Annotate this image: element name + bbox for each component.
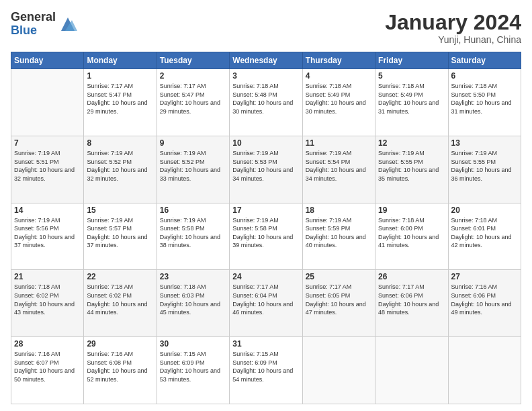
table-row: 18Sunrise: 7:19 AMSunset: 5:59 PMDayligh… bbox=[302, 203, 375, 270]
logo-general: General bbox=[11, 11, 56, 24]
table-row: 1Sunrise: 7:17 AMSunset: 5:47 PMDaylight… bbox=[84, 69, 157, 136]
day-number: 18 bbox=[306, 205, 372, 215]
calendar-week-row: 1Sunrise: 7:17 AMSunset: 5:47 PMDaylight… bbox=[11, 69, 521, 136]
day-number: 9 bbox=[160, 138, 226, 148]
month-title: January 2024 bbox=[385, 11, 521, 34]
day-info: Sunrise: 7:18 AMSunset: 6:02 PMDaylight:… bbox=[14, 283, 81, 316]
table-row: 22Sunrise: 7:18 AMSunset: 6:02 PMDayligh… bbox=[84, 270, 157, 337]
table-row: 31Sunrise: 7:15 AMSunset: 6:09 PMDayligh… bbox=[230, 337, 302, 404]
day-info: Sunrise: 7:19 AMSunset: 5:58 PMDaylight:… bbox=[160, 216, 226, 250]
day-info: Sunrise: 7:18 AMSunset: 5:48 PMDaylight:… bbox=[232, 82, 299, 116]
day-info: Sunrise: 7:18 AMSunset: 5:49 PMDaylight:… bbox=[306, 82, 372, 116]
table-row: 21Sunrise: 7:18 AMSunset: 6:02 PMDayligh… bbox=[11, 270, 84, 337]
day-info: Sunrise: 7:16 AMSunset: 6:06 PMDaylight:… bbox=[451, 283, 518, 316]
logo: General Blue bbox=[11, 11, 77, 38]
day-info: Sunrise: 7:19 AMSunset: 5:55 PMDaylight:… bbox=[378, 149, 445, 183]
table-row: 8Sunrise: 7:19 AMSunset: 5:52 PMDaylight… bbox=[84, 136, 157, 203]
col-wednesday: Wednesday bbox=[230, 52, 302, 69]
table-row: 16Sunrise: 7:19 AMSunset: 5:58 PMDayligh… bbox=[157, 203, 229, 270]
day-number: 22 bbox=[87, 272, 153, 281]
table-row: 29Sunrise: 7:16 AMSunset: 6:08 PMDayligh… bbox=[84, 337, 157, 404]
table-row: 4Sunrise: 7:18 AMSunset: 5:49 PMDaylight… bbox=[302, 69, 375, 136]
day-info: Sunrise: 7:17 AMSunset: 5:47 PMDaylight:… bbox=[87, 82, 153, 116]
table-row: 30Sunrise: 7:15 AMSunset: 6:09 PMDayligh… bbox=[157, 337, 229, 404]
day-number: 20 bbox=[451, 205, 518, 215]
day-info: Sunrise: 7:18 AMSunset: 5:49 PMDaylight:… bbox=[378, 82, 445, 116]
day-number: 5 bbox=[378, 71, 445, 81]
table-row bbox=[302, 337, 375, 404]
table-row: 3Sunrise: 7:18 AMSunset: 5:48 PMDaylight… bbox=[230, 69, 302, 136]
table-row: 7Sunrise: 7:19 AMSunset: 5:51 PMDaylight… bbox=[11, 136, 84, 203]
calendar-table: Sunday Monday Tuesday Wednesday Thursday… bbox=[11, 52, 521, 404]
day-number: 13 bbox=[451, 138, 518, 148]
day-number: 12 bbox=[378, 138, 445, 148]
table-row: 27Sunrise: 7:16 AMSunset: 6:06 PMDayligh… bbox=[448, 270, 521, 337]
calendar-week-row: 28Sunrise: 7:16 AMSunset: 6:07 PMDayligh… bbox=[11, 337, 521, 404]
day-info: Sunrise: 7:18 AMSunset: 6:03 PMDaylight:… bbox=[160, 283, 226, 316]
day-info: Sunrise: 7:18 AMSunset: 5:50 PMDaylight:… bbox=[451, 82, 518, 116]
day-number: 15 bbox=[87, 205, 153, 215]
logo-icon bbox=[58, 15, 77, 34]
day-number: 30 bbox=[160, 339, 226, 349]
table-row: 19Sunrise: 7:18 AMSunset: 6:00 PMDayligh… bbox=[375, 203, 448, 270]
day-number: 26 bbox=[378, 272, 445, 281]
day-number: 6 bbox=[451, 71, 518, 81]
table-row: 15Sunrise: 7:19 AMSunset: 5:57 PMDayligh… bbox=[84, 203, 157, 270]
table-row: 24Sunrise: 7:17 AMSunset: 6:04 PMDayligh… bbox=[230, 270, 302, 337]
table-row: 20Sunrise: 7:18 AMSunset: 6:01 PMDayligh… bbox=[448, 203, 521, 270]
calendar-week-row: 21Sunrise: 7:18 AMSunset: 6:02 PMDayligh… bbox=[11, 270, 521, 337]
title-block: January 2024 Yunji, Hunan, China bbox=[385, 11, 521, 45]
day-info: Sunrise: 7:19 AMSunset: 5:55 PMDaylight:… bbox=[451, 149, 518, 183]
day-info: Sunrise: 7:17 AMSunset: 6:04 PMDaylight:… bbox=[232, 283, 299, 316]
day-number: 2 bbox=[160, 71, 226, 81]
col-friday: Friday bbox=[375, 52, 448, 69]
table-row: 11Sunrise: 7:19 AMSunset: 5:54 PMDayligh… bbox=[302, 136, 375, 203]
table-row: 17Sunrise: 7:19 AMSunset: 5:58 PMDayligh… bbox=[230, 203, 302, 270]
table-row bbox=[11, 69, 84, 136]
day-number: 28 bbox=[14, 339, 81, 349]
table-row: 26Sunrise: 7:17 AMSunset: 6:06 PMDayligh… bbox=[375, 270, 448, 337]
logo-blue: Blue bbox=[11, 24, 56, 38]
day-number: 19 bbox=[378, 205, 445, 215]
table-row bbox=[448, 337, 521, 404]
day-number: 21 bbox=[14, 272, 81, 281]
day-number: 31 bbox=[232, 339, 299, 349]
day-info: Sunrise: 7:15 AMSunset: 6:09 PMDaylight:… bbox=[232, 350, 299, 383]
day-info: Sunrise: 7:16 AMSunset: 6:07 PMDaylight:… bbox=[14, 350, 81, 383]
logo-text: General Blue bbox=[11, 11, 56, 38]
day-info: Sunrise: 7:19 AMSunset: 5:51 PMDaylight:… bbox=[14, 149, 81, 183]
day-number: 27 bbox=[451, 272, 518, 281]
day-number: 8 bbox=[87, 138, 153, 148]
col-monday: Monday bbox=[84, 52, 157, 69]
day-number: 25 bbox=[306, 272, 372, 281]
table-row: 23Sunrise: 7:18 AMSunset: 6:03 PMDayligh… bbox=[157, 270, 229, 337]
day-number: 16 bbox=[160, 205, 226, 215]
day-info: Sunrise: 7:17 AMSunset: 5:47 PMDaylight:… bbox=[160, 82, 226, 116]
col-thursday: Thursday bbox=[302, 52, 375, 69]
day-number: 17 bbox=[232, 205, 299, 215]
day-info: Sunrise: 7:19 AMSunset: 5:53 PMDaylight:… bbox=[232, 149, 299, 183]
day-info: Sunrise: 7:19 AMSunset: 5:52 PMDaylight:… bbox=[87, 149, 153, 183]
day-info: Sunrise: 7:18 AMSunset: 6:02 PMDaylight:… bbox=[87, 283, 153, 316]
col-saturday: Saturday bbox=[448, 52, 521, 69]
day-info: Sunrise: 7:19 AMSunset: 5:52 PMDaylight:… bbox=[160, 149, 226, 183]
location: Yunji, Hunan, China bbox=[385, 34, 521, 45]
table-row bbox=[375, 337, 448, 404]
header: General Blue January 2024 Yunji, Hunan, … bbox=[11, 11, 521, 45]
table-row: 14Sunrise: 7:19 AMSunset: 5:56 PMDayligh… bbox=[11, 203, 84, 270]
day-info: Sunrise: 7:19 AMSunset: 5:59 PMDaylight:… bbox=[306, 216, 372, 250]
table-row: 9Sunrise: 7:19 AMSunset: 5:52 PMDaylight… bbox=[157, 136, 229, 203]
day-info: Sunrise: 7:17 AMSunset: 6:06 PMDaylight:… bbox=[378, 283, 445, 316]
day-number: 24 bbox=[232, 272, 299, 281]
day-number: 7 bbox=[14, 138, 81, 148]
calendar-week-row: 14Sunrise: 7:19 AMSunset: 5:56 PMDayligh… bbox=[11, 203, 521, 270]
table-row: 2Sunrise: 7:17 AMSunset: 5:47 PMDaylight… bbox=[157, 69, 229, 136]
day-info: Sunrise: 7:15 AMSunset: 6:09 PMDaylight:… bbox=[160, 350, 226, 383]
col-sunday: Sunday bbox=[11, 52, 84, 69]
table-row: 5Sunrise: 7:18 AMSunset: 5:49 PMDaylight… bbox=[375, 69, 448, 136]
day-number: 11 bbox=[306, 138, 372, 148]
day-number: 10 bbox=[232, 138, 299, 148]
day-info: Sunrise: 7:17 AMSunset: 6:05 PMDaylight:… bbox=[306, 283, 372, 316]
day-info: Sunrise: 7:19 AMSunset: 5:58 PMDaylight:… bbox=[232, 216, 299, 250]
day-info: Sunrise: 7:18 AMSunset: 6:01 PMDaylight:… bbox=[451, 216, 518, 250]
